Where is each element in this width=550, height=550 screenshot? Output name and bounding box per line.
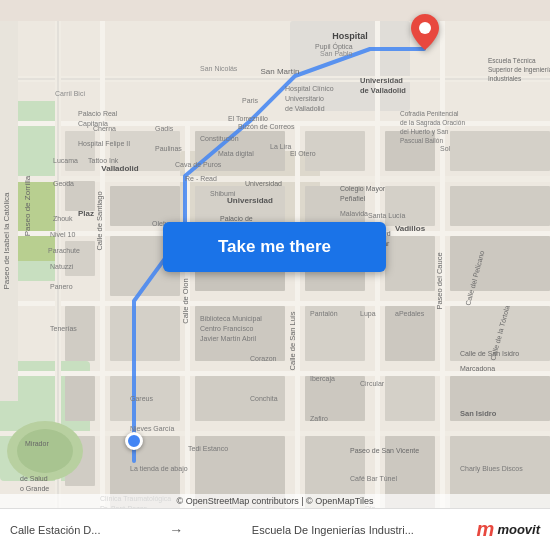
svg-text:Hospital: Hospital <box>332 31 368 41</box>
svg-text:Café Bar Túnel: Café Bar Túnel <box>350 475 397 482</box>
svg-text:Pantalón: Pantalón <box>310 310 338 317</box>
svg-text:Palacio Real: Palacio Real <box>78 110 118 117</box>
svg-text:Palacio de: Palacio de <box>220 215 253 222</box>
svg-text:Colegio Mayor: Colegio Mayor <box>340 185 386 193</box>
svg-text:Carril Bici: Carril Bici <box>55 90 85 97</box>
svg-text:Ibercaja: Ibercaja <box>310 375 335 383</box>
svg-text:San Pablo: San Pablo <box>320 50 352 57</box>
svg-text:Constitución: Constitución <box>200 135 239 142</box>
svg-rect-52 <box>450 131 550 171</box>
svg-text:Lucama: Lucama <box>53 157 78 164</box>
svg-text:Geoda: Geoda <box>53 180 74 187</box>
svg-text:Plaz: Plaz <box>78 209 94 218</box>
svg-text:La Lira: La Lira <box>270 143 292 150</box>
svg-text:Charly Blues Discos: Charly Blues Discos <box>460 465 523 473</box>
svg-text:Hospital Clínico: Hospital Clínico <box>285 85 334 93</box>
svg-text:Paseo de San Vicente: Paseo de San Vicente <box>350 447 419 454</box>
svg-text:Gadis: Gadis <box>155 125 174 132</box>
svg-text:Paseo de Isabel la Católica: Paseo de Isabel la Católica <box>2 192 11 290</box>
from-label: Calle Estación D... <box>10 524 100 536</box>
svg-rect-28 <box>110 306 180 361</box>
svg-text:Pupil Óptica: Pupil Óptica <box>315 42 353 51</box>
svg-text:de Valladolid: de Valladolid <box>285 105 325 112</box>
svg-text:Cherna: Cherna <box>93 125 116 132</box>
svg-text:El Torreznillo: El Torreznillo <box>228 115 268 122</box>
moovit-brand-text: moovit <box>497 522 540 537</box>
svg-rect-22 <box>65 131 95 171</box>
svg-text:Pascual Bailón: Pascual Bailón <box>400 137 443 144</box>
svg-text:Shibumi: Shibumi <box>210 190 236 197</box>
svg-text:Tattoo Ink: Tattoo Ink <box>88 157 119 164</box>
svg-text:San Martín: San Martín <box>260 67 299 76</box>
svg-text:Universidad: Universidad <box>245 180 282 187</box>
svg-text:Santa Lucía: Santa Lucía <box>368 212 405 219</box>
svg-text:Paulinas: Paulinas <box>155 145 182 152</box>
svg-point-153 <box>419 22 431 34</box>
svg-text:Tedi  Estanco: Tedi Estanco <box>188 445 228 452</box>
svg-rect-30 <box>65 376 95 421</box>
map-attribution: © OpenStreetMap contributors | © OpenMap… <box>0 494 550 508</box>
svg-text:Mata digital: Mata digital <box>218 150 254 158</box>
svg-text:de Salud: de Salud <box>20 475 48 482</box>
svg-text:Vadillos: Vadillos <box>395 224 426 233</box>
from-text: Calle Estación D... <box>10 524 100 536</box>
svg-text:Lupa: Lupa <box>360 310 376 318</box>
svg-text:San Nicolás: San Nicolás <box>200 65 238 72</box>
svg-text:Conchita: Conchita <box>250 395 278 402</box>
svg-text:Tenerías: Tenerías <box>50 325 77 332</box>
svg-rect-54 <box>450 236 550 291</box>
svg-text:Calle de Oion: Calle de Oion <box>181 278 190 323</box>
svg-text:Sol: Sol <box>440 145 451 152</box>
svg-rect-16 <box>100 21 105 529</box>
svg-text:Cava de Puros: Cava de Puros <box>175 161 222 168</box>
svg-text:Circular: Circular <box>360 380 385 387</box>
origin-marker <box>125 432 143 450</box>
svg-rect-47 <box>385 186 435 226</box>
svg-text:Marcadona: Marcadona <box>460 365 495 372</box>
svg-text:Gareus: Gareus <box>130 395 153 402</box>
svg-text:Re - Read: Re - Read <box>185 175 217 182</box>
svg-rect-29 <box>65 306 95 361</box>
svg-text:Universitario: Universitario <box>285 95 324 102</box>
svg-text:Universidad: Universidad <box>227 196 273 205</box>
svg-rect-48 <box>385 236 435 291</box>
route-arrow: → <box>169 522 183 538</box>
svg-text:Nieves García: Nieves García <box>130 425 174 432</box>
svg-text:Escuela Técnica: Escuela Técnica <box>488 57 536 64</box>
bottom-bar: Calle Estación D... → Escuela De Ingenie… <box>0 508 550 550</box>
svg-text:Centro Francisco: Centro Francisco <box>200 325 253 332</box>
svg-text:aPedales: aPedales <box>395 310 425 317</box>
svg-text:Calle de San Luis: Calle de San Luis <box>288 311 297 370</box>
take-me-there-button[interactable]: Take me there <box>163 222 386 272</box>
svg-text:Universidad: Universidad <box>360 76 403 85</box>
svg-text:Hospital Felipe II: Hospital Felipe II <box>78 140 130 148</box>
svg-text:Calle de Santiago: Calle de Santiago <box>95 191 104 250</box>
to-text: Escuela De Ingenierías Industri... <box>252 524 414 536</box>
svg-text:de la Sagrada Oración: de la Sagrada Oración <box>400 119 465 127</box>
svg-text:o Grande: o Grande <box>20 485 49 492</box>
svg-text:Panero: Panero <box>50 283 73 290</box>
svg-rect-13 <box>0 431 550 436</box>
svg-text:Paris: Paris <box>242 97 258 104</box>
svg-text:del Huerto y San: del Huerto y San <box>400 128 449 136</box>
svg-text:Parachute: Parachute <box>48 247 80 254</box>
svg-rect-53 <box>450 186 550 226</box>
svg-rect-50 <box>385 376 435 421</box>
moovit-m-letter: m <box>477 518 495 541</box>
svg-text:San Isidro: San Isidro <box>460 409 497 418</box>
svg-text:Mirador: Mirador <box>25 440 49 447</box>
moovit-logo: m moovit <box>477 518 540 541</box>
svg-point-59 <box>17 429 73 473</box>
svg-text:Peñafiel: Peñafiel <box>340 195 366 202</box>
map-container: Paseo de Isabel la Católica Paseo de Zor… <box>0 0 550 550</box>
svg-text:Superior de Ingeniería: Superior de Ingeniería <box>488 66 550 74</box>
svg-text:Zafiro: Zafiro <box>310 415 328 422</box>
svg-text:El Otero: El Otero <box>290 150 316 157</box>
svg-text:Javier Martín Abril: Javier Martín Abril <box>200 335 256 342</box>
svg-text:Corazon: Corazon <box>250 355 277 362</box>
svg-text:Valladolid: Valladolid <box>101 164 138 173</box>
to-label: Escuela De Ingenierías Industri... <box>252 524 414 536</box>
svg-text:Nivel 10: Nivel 10 <box>50 231 75 238</box>
svg-text:Malavida: Malavida <box>340 210 368 217</box>
svg-text:Biblioteca Municipal: Biblioteca Municipal <box>200 315 262 323</box>
